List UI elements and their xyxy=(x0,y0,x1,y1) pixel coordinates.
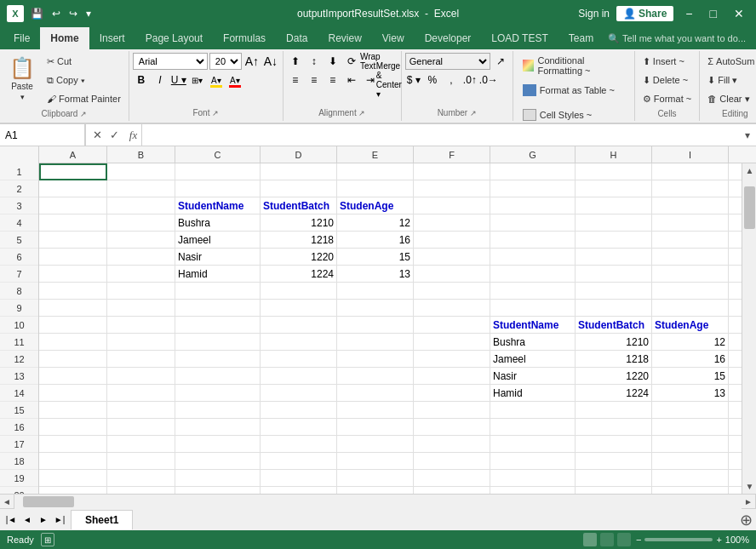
cell-d18[interactable] xyxy=(261,453,337,470)
cell-d19[interactable] xyxy=(261,470,337,487)
cell-e12[interactable] xyxy=(337,351,414,368)
row-header-11[interactable]: 11 xyxy=(0,334,38,351)
confirm-formula-btn[interactable]: ✓ xyxy=(106,128,122,143)
cell-e20[interactable] xyxy=(337,487,414,494)
sheet-last-btn[interactable]: ►| xyxy=(52,512,67,528)
insert-cells-btn[interactable]: ⬆ Insert ~ xyxy=(639,53,689,70)
cell-g18[interactable] xyxy=(490,453,576,470)
conditional-formatting-btn[interactable]: Conditional Formatting ~ xyxy=(518,54,629,77)
cell-i12[interactable]: 16 xyxy=(652,351,729,368)
row-header-1[interactable]: 1 xyxy=(0,163,38,180)
cell-d14[interactable] xyxy=(261,385,337,402)
cell-h18[interactable] xyxy=(576,453,652,470)
cell-h4[interactable] xyxy=(576,214,652,232)
paste-btn[interactable]: 📋 Paste ▾ xyxy=(3,53,41,104)
cell-a11[interactable] xyxy=(39,334,107,351)
cut-btn[interactable]: ✂ Cut xyxy=(43,53,125,70)
cell-i18[interactable] xyxy=(652,453,729,470)
cell-d15[interactable] xyxy=(261,402,337,419)
cell-g16[interactable] xyxy=(490,419,576,436)
row-header-3[interactable]: 3 xyxy=(0,197,38,214)
col-header-g[interactable]: G xyxy=(490,146,576,163)
cell-i16[interactable] xyxy=(652,419,729,436)
row-header-5[interactable]: 5 xyxy=(0,232,38,249)
cell-i11[interactable]: 12 xyxy=(652,334,729,351)
row-header-4[interactable]: 4 xyxy=(0,214,38,232)
cell-h12[interactable]: 1218 xyxy=(576,351,652,368)
row-header-10[interactable]: 10 xyxy=(0,317,38,334)
col-header-c[interactable]: C xyxy=(175,146,261,163)
cell-i20[interactable] xyxy=(652,487,729,494)
cell-a15[interactable] xyxy=(39,402,107,419)
cell-j17[interactable] xyxy=(729,436,742,453)
cell-h14[interactable]: 1224 xyxy=(576,385,652,402)
format-cells-btn[interactable]: ⚙ Format ~ xyxy=(639,90,696,107)
sheet-first-btn[interactable]: |◄ xyxy=(3,512,19,528)
bold-btn[interactable]: B xyxy=(133,71,150,89)
cell-g7[interactable] xyxy=(490,266,576,283)
cell-b14[interactable] xyxy=(107,385,175,402)
cell-g13[interactable]: Nasir xyxy=(490,368,576,385)
cell-a8[interactable] xyxy=(39,283,107,300)
merge-btn[interactable]: Merge & Center ▾ xyxy=(381,71,398,89)
cell-i13[interactable]: 15 xyxy=(652,368,729,385)
cell-b1[interactable] xyxy=(107,163,175,180)
cell-c12[interactable] xyxy=(175,351,261,368)
cell-f4[interactable] xyxy=(414,214,490,232)
cell-e9[interactable] xyxy=(337,300,414,317)
cell-h1[interactable] xyxy=(576,163,652,180)
cell-c18[interactable] xyxy=(175,453,261,470)
currency-btn[interactable]: $ ▾ xyxy=(405,71,422,89)
scroll-down-btn[interactable]: ▼ xyxy=(742,479,756,494)
col-header-h[interactable]: H xyxy=(576,146,652,163)
cell-a12[interactable] xyxy=(39,351,107,368)
row-header-9[interactable]: 9 xyxy=(0,300,38,317)
col-header-f[interactable]: F xyxy=(414,146,490,163)
tab-file[interactable]: File xyxy=(3,27,40,49)
cancel-formula-btn[interactable]: ✕ xyxy=(89,128,105,143)
save-quick-btn[interactable]: 💾 xyxy=(27,6,47,21)
cell-g3[interactable] xyxy=(490,197,576,214)
cell-f2[interactable] xyxy=(414,180,490,197)
cell-h6[interactable] xyxy=(576,249,652,266)
cell-g15[interactable] xyxy=(490,402,576,419)
cell-e7[interactable]: 13 xyxy=(337,266,414,283)
cell-b8[interactable] xyxy=(107,283,175,300)
cell-f14[interactable] xyxy=(414,385,490,402)
tab-load-test[interactable]: LOAD TEST xyxy=(481,27,558,49)
row-header-18[interactable]: 18 xyxy=(0,453,38,470)
decrease-indent-btn[interactable]: ⇤ xyxy=(343,71,360,89)
cell-c20[interactable] xyxy=(175,487,261,494)
row-header-13[interactable]: 13 xyxy=(0,368,38,385)
align-bottom-btn[interactable]: ⬇ xyxy=(324,53,341,70)
cell-f13[interactable] xyxy=(414,368,490,385)
row-header-19[interactable]: 19 xyxy=(0,470,38,487)
cell-b2[interactable] xyxy=(107,180,175,197)
cell-a10[interactable] xyxy=(39,317,107,334)
cell-a20[interactable] xyxy=(39,487,107,494)
sign-in-btn[interactable]: Sign in xyxy=(578,8,610,20)
number-expand-btn[interactable]: ↗ xyxy=(492,53,509,70)
align-left-btn[interactable]: ≡ xyxy=(287,71,304,89)
cell-j12[interactable] xyxy=(729,351,742,368)
cell-d4[interactable]: 1210 xyxy=(261,214,337,232)
cell-f6[interactable] xyxy=(414,249,490,266)
cell-h9[interactable] xyxy=(576,300,652,317)
cell-b5[interactable] xyxy=(107,232,175,249)
zoom-minus-btn[interactable]: − xyxy=(636,535,641,545)
cell-f20[interactable] xyxy=(414,487,490,494)
cell-a4[interactable] xyxy=(39,214,107,232)
cell-c9[interactable] xyxy=(175,300,261,317)
cell-mode-btn[interactable]: ⊞ xyxy=(41,533,54,546)
cell-j18[interactable] xyxy=(729,453,742,470)
row-header-2[interactable]: 2 xyxy=(0,180,38,197)
cell-a18[interactable] xyxy=(39,453,107,470)
cell-a3[interactable] xyxy=(39,197,107,214)
cell-j11[interactable] xyxy=(729,334,742,351)
cell-e3[interactable]: StudenAge xyxy=(337,197,414,214)
cell-c14[interactable] xyxy=(175,385,261,402)
cell-g14[interactable]: Hamid xyxy=(490,385,576,402)
cell-e2[interactable] xyxy=(337,180,414,197)
format-painter-btn[interactable]: 🖌 Format Painter xyxy=(43,90,125,107)
cell-f3[interactable] xyxy=(414,197,490,214)
